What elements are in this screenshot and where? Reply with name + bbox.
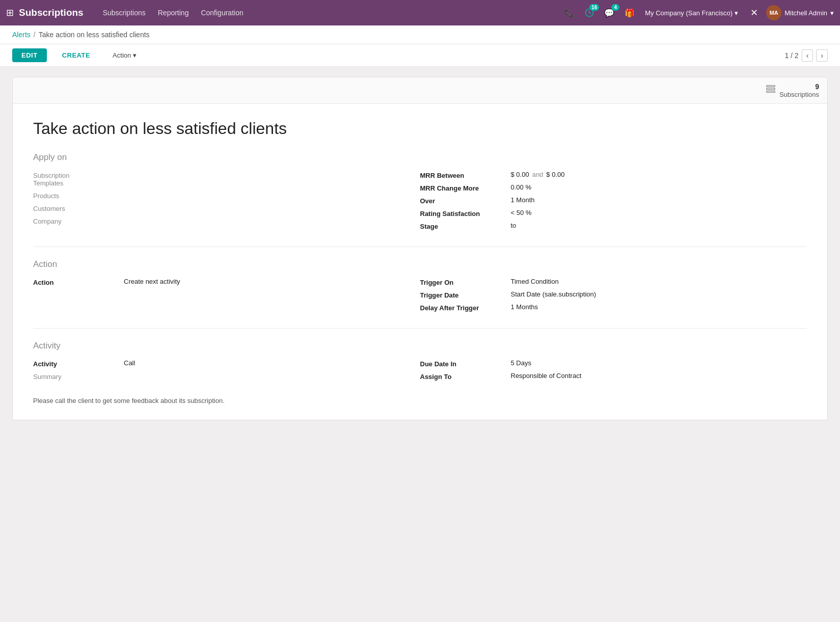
toolbar: EDIT CREATE Action ▾ 1 / 2 ‹ › xyxy=(0,44,840,67)
field-label-company: Company xyxy=(33,217,99,225)
activity-fields-left: Activity Call Summary xyxy=(33,359,420,381)
svg-rect-2 xyxy=(767,88,775,90)
breadcrumb-current: Take action on less satisfied clients xyxy=(39,31,150,39)
field-value-rating: < 50 % xyxy=(511,209,532,217)
field-value-mrr-change: 0.00 % xyxy=(511,183,531,191)
mrr-to: $ 0.00 xyxy=(546,171,564,178)
main-content: 9 Subscriptions Take action on less sati… xyxy=(0,67,840,430)
field-label-due-date: Due Date In xyxy=(420,359,507,368)
chevron-down-icon: ▾ xyxy=(735,9,738,17)
field-label-rating: Rating Satisfaction xyxy=(420,209,507,218)
phone-icon[interactable]: 📞 xyxy=(562,6,577,20)
field-value-activity: Call xyxy=(124,359,135,367)
note-text: Please call the client to get some feedb… xyxy=(33,397,807,404)
field-label-delay: Delay After Trigger xyxy=(420,303,507,312)
field-label-summary: Summary xyxy=(33,372,99,381)
field-label-mrr-change: MRR Change More xyxy=(420,183,507,192)
field-mrr-between: MRR Between $ 0.00 and $ 0.00 xyxy=(420,171,807,179)
chat-icon[interactable]: 💬 4 xyxy=(602,6,616,20)
breadcrumb: Alerts / Take action on less satisfied c… xyxy=(0,25,840,44)
navbar: ⊞ Subscriptions Subscriptions Reporting … xyxy=(0,0,840,25)
field-delay: Delay After Trigger 1 Months xyxy=(420,303,807,312)
field-value-stage: to xyxy=(511,222,517,229)
apply-on-fields-left: SubscriptionTemplates Products Customers… xyxy=(33,171,420,230)
subscriptions-label: Subscriptions xyxy=(779,91,819,98)
apply-on-fields: SubscriptionTemplates Products Customers… xyxy=(33,171,807,230)
activity-fields-right: Due Date In 5 Days Assign To Responsible… xyxy=(420,359,807,381)
field-customers: Customers xyxy=(33,204,420,212)
field-label-mrr-between: MRR Between xyxy=(420,171,507,179)
field-mrr-change: MRR Change More 0.00 % xyxy=(420,183,807,192)
field-due-date: Due Date In 5 Days xyxy=(420,359,807,368)
breadcrumb-parent[interactable]: Alerts xyxy=(12,31,31,39)
field-label-trigger-date: Trigger Date xyxy=(420,290,507,299)
field-action: Action Create next activity xyxy=(33,278,420,286)
nav-menu: Subscriptions Reporting Configuration xyxy=(98,6,563,20)
edit-button[interactable]: EDIT xyxy=(12,48,47,62)
field-label-customers: Customers xyxy=(33,204,99,212)
company-selector[interactable]: My Company (San Francisco) ▾ xyxy=(641,7,742,19)
chat-badge: 4 xyxy=(611,4,619,11)
close-icon[interactable]: ✕ xyxy=(746,5,762,20)
field-label-stage: Stage xyxy=(420,222,507,230)
record-card: 9 Subscriptions Take action on less sati… xyxy=(12,77,828,420)
field-company: Company xyxy=(33,217,420,225)
action-fields-right: Trigger On Timed Condition Trigger Date … xyxy=(420,278,807,312)
user-chevron-icon: ▾ xyxy=(830,9,834,17)
action-button[interactable]: Action ▾ xyxy=(105,48,144,62)
action-fields-left: Action Create next activity xyxy=(33,278,420,312)
nav-reporting[interactable]: Reporting xyxy=(153,6,194,20)
app-brand: Subscriptions xyxy=(19,7,84,18)
action-heading: Action xyxy=(33,259,807,269)
action-fields: Action Create next activity Trigger On T… xyxy=(33,278,807,312)
create-button[interactable]: CREATE xyxy=(53,48,99,62)
activity-fields: Activity Call Summary Due Date In 5 Days xyxy=(33,359,807,381)
pagination-prev-button[interactable]: ‹ xyxy=(802,49,814,62)
svg-rect-1 xyxy=(767,86,775,87)
svg-rect-3 xyxy=(767,91,775,93)
mrr-from: $ 0.00 xyxy=(511,171,529,178)
field-subscription-templates: SubscriptionTemplates xyxy=(33,171,420,187)
field-products: Products xyxy=(33,191,420,200)
field-value-over: 1 Month xyxy=(511,196,535,204)
subscriptions-count: 9 xyxy=(779,83,819,91)
activity-badge: 16 xyxy=(589,4,599,11)
field-value-delay: 1 Months xyxy=(511,303,538,311)
user-menu[interactable]: MA Mitchell Admin ▾ xyxy=(766,5,834,20)
pagination-next-button[interactable]: › xyxy=(816,49,828,62)
mrr-and: and xyxy=(532,171,544,178)
field-trigger-date: Trigger Date Start Date (sale.subscripti… xyxy=(420,290,807,299)
grid-icon[interactable]: ⊞ xyxy=(6,7,14,18)
activity-icon[interactable]: 16 xyxy=(583,6,596,19)
subscriptions-count-area: 9 Subscriptions xyxy=(779,83,819,98)
record-card-header: 9 Subscriptions xyxy=(13,77,827,104)
record-body: Take action on less satisfied clients Ap… xyxy=(13,104,827,420)
field-label-over: Over xyxy=(420,196,507,205)
breadcrumb-separator: / xyxy=(34,31,36,39)
field-value-action: Create next activity xyxy=(124,278,180,285)
section-divider-1 xyxy=(33,247,807,247)
record-title: Take action on less satisfied clients xyxy=(33,119,807,138)
field-activity: Activity Call xyxy=(33,359,420,368)
mrr-between-values: $ 0.00 and $ 0.00 xyxy=(511,171,565,178)
field-label-trigger-on: Trigger On xyxy=(420,278,507,286)
apply-on-heading: Apply on xyxy=(33,152,807,163)
nav-subscriptions[interactable]: Subscriptions xyxy=(98,6,151,20)
subscriptions-link[interactable]: 9 Subscriptions xyxy=(765,83,819,98)
field-trigger-on: Trigger On Timed Condition xyxy=(420,278,807,286)
subscriptions-icon xyxy=(765,84,776,97)
field-rating: Rating Satisfaction < 50 % xyxy=(420,209,807,218)
action-chevron-icon: ▾ xyxy=(133,51,137,59)
field-label-subscription-templates: SubscriptionTemplates xyxy=(33,171,99,187)
navbar-icons: 📞 16 💬 4 🎁 My Company (San Francisco) ▾ … xyxy=(562,5,834,20)
field-label-activity: Activity xyxy=(33,359,120,368)
section-divider-2 xyxy=(33,328,807,329)
field-over: Over 1 Month xyxy=(420,196,807,205)
user-avatar: MA xyxy=(766,5,781,20)
nav-configuration[interactable]: Configuration xyxy=(196,6,248,20)
field-label-action: Action xyxy=(33,278,120,286)
apply-on-fields-right: MRR Between $ 0.00 and $ 0.00 MRR Change… xyxy=(420,171,807,230)
pagination-info: 1 / 2 xyxy=(784,51,798,60)
field-label-assign-to: Assign To xyxy=(420,372,507,381)
gift-icon[interactable]: 🎁 xyxy=(622,6,637,20)
